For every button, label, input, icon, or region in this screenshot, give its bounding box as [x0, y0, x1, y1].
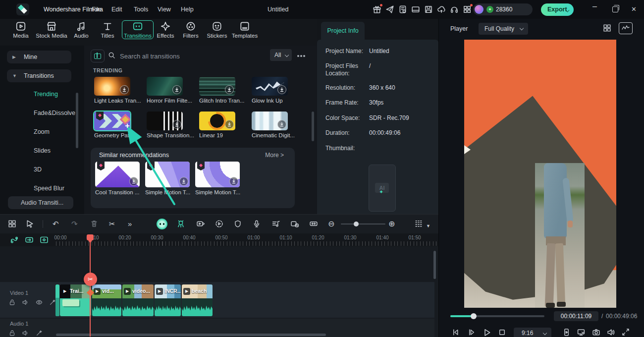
select-tool-icon[interactable] [26, 220, 34, 228]
account-pill[interactable]: ✦ 28360 [473, 3, 533, 15]
shield-mask-icon[interactable] [234, 220, 242, 228]
filter-dropdown[interactable]: All [270, 49, 292, 61]
split-scissors-icon[interactable]: ✂ [109, 220, 115, 228]
fullscreen-icon[interactable] [622, 328, 630, 336]
volume-icon[interactable] [606, 328, 615, 337]
play-button[interactable] [483, 328, 491, 337]
progress-handle[interactable] [471, 313, 477, 319]
download-icon[interactable] [172, 85, 181, 94]
download-icon[interactable] [179, 177, 188, 186]
lock-track-icon[interactable] [9, 330, 15, 337]
menu-help[interactable]: Help [181, 6, 194, 13]
smart-cut-icon[interactable] [176, 220, 185, 228]
tab-templates[interactable]: Templates [230, 21, 259, 39]
support-headset-icon[interactable] [450, 5, 459, 14]
preview-on-device-icon[interactable] [562, 328, 571, 337]
tab-transitions[interactable]: Transitions [122, 20, 154, 39]
task-list-icon[interactable] [398, 5, 407, 14]
audio-stretch-icon[interactable] [271, 220, 280, 228]
sidebar-group-mine[interactable]: ▶ Mine [7, 51, 71, 63]
undo-icon[interactable]: ↶ [53, 220, 59, 228]
timeline-clip-2[interactable]: ▶ vid... [92, 284, 121, 316]
timeline-clip-4[interactable]: ▶ INCR... [155, 284, 181, 316]
download-icon[interactable] [229, 177, 238, 186]
more-tools-icon[interactable]: » [128, 220, 132, 228]
more-link[interactable]: More > [265, 152, 284, 159]
quality-dropdown[interactable]: Full Quality [479, 23, 528, 35]
zoom-slider-handle[interactable] [354, 222, 359, 226]
sidebar-item-zoom[interactable]: Zoom [34, 128, 50, 135]
timeline-clip-1[interactable]: ▶ Trai... [60, 284, 91, 316]
redo-icon[interactable]: ↷ [71, 220, 78, 228]
video-scope-icon[interactable] [619, 22, 633, 34]
lock-track-icon[interactable] [9, 299, 15, 306]
auto-ripple-icon[interactable] [309, 220, 318, 228]
download-icon[interactable] [225, 85, 234, 94]
close-button[interactable]: ✕ [631, 5, 637, 13]
sidebar-scrollbar[interactable] [76, 93, 78, 148]
minimize-button[interactable]: – [592, 2, 597, 11]
workspace-icon[interactable] [411, 5, 420, 14]
zoom-out-icon[interactable]: ⊖ [328, 220, 334, 228]
avatar[interactable] [475, 5, 483, 14]
save-icon[interactable] [424, 5, 433, 14]
download-icon[interactable] [225, 120, 234, 129]
sidebar-item-slides[interactable]: Slides [34, 147, 51, 154]
restore-button[interactable] [612, 6, 618, 12]
stop-button[interactable] [498, 328, 506, 337]
transition-card-horror-film[interactable] [147, 77, 183, 96]
sidebar-item-3d[interactable]: 3D [34, 166, 42, 173]
sidebar-item-trending[interactable]: Trending [34, 91, 58, 98]
auto-link-icon[interactable] [25, 235, 34, 244]
transition-card-simple-motion-1[interactable]: ◆ [145, 162, 190, 187]
export-button[interactable]: Export [541, 3, 574, 16]
timeline-vertical-scrollbar[interactable] [433, 251, 436, 279]
sidebar-item-speed-blur[interactable]: Speed Blur [34, 185, 64, 192]
transition-card-light-leaks[interactable] [94, 77, 130, 96]
transition-card-cool-transition[interactable]: ◆ [95, 162, 140, 187]
render-preview-icon[interactable] [577, 328, 586, 337]
speed-ramp-icon[interactable] [196, 220, 205, 228]
previous-frame-button[interactable] [451, 328, 460, 337]
transition-card-glitch-intro[interactable] [199, 77, 235, 96]
menu-edit[interactable]: Edit [111, 6, 122, 13]
tab-effects[interactable]: Effects [155, 21, 176, 39]
apps-grid-icon[interactable] [463, 5, 472, 14]
gift-icon[interactable] [373, 5, 381, 14]
track-manager-icon[interactable] [414, 220, 423, 228]
record-voiceover-icon[interactable] [253, 220, 261, 228]
download-icon[interactable] [129, 177, 138, 186]
hide-track-icon[interactable] [36, 299, 43, 306]
transition-card-cinematic-digital[interactable] [252, 112, 288, 130]
timeline-clip-5[interactable]: ▶ beach [182, 284, 213, 316]
sidebar-group-transitions[interactable]: ▼ Transitions [7, 69, 71, 82]
mute-track-icon[interactable] [22, 299, 29, 306]
download-icon[interactable] [277, 120, 286, 129]
mute-track-icon[interactable] [22, 330, 29, 337]
timeline-clip-3[interactable]: ▶ video... [122, 284, 154, 316]
download-icon[interactable] [120, 85, 129, 94]
transition-card-shape-transition[interactable] [147, 112, 183, 130]
sidebar-item-fade-dissolve[interactable]: Fade&Dissolve [34, 110, 75, 116]
project-thumbnail[interactable]: AI ✦ [369, 165, 396, 212]
tab-stickers[interactable]: Stickers [205, 21, 229, 39]
ai-copilot-icon[interactable] [157, 219, 167, 229]
multiview-icon[interactable] [603, 24, 611, 32]
clip-duration-icon[interactable] [290, 220, 299, 228]
tab-filters[interactable]: Filters [180, 21, 201, 39]
transition-card-simple-motion-2[interactable]: ◆ [195, 162, 240, 187]
zoom-in-icon[interactable]: ⊕ [388, 220, 395, 228]
featured-pack-button[interactable] [91, 50, 105, 62]
search-input[interactable] [119, 50, 250, 62]
tab-project-info[interactable]: Project Info [321, 22, 365, 40]
menu-view[interactable]: View [158, 6, 171, 13]
aspect-ratio-dropdown[interactable]: 9:16 [514, 328, 551, 337]
download-icon[interactable] [277, 85, 286, 94]
dynamic-playback-icon[interactable] [215, 220, 223, 228]
tab-titles[interactable]: Titles [97, 21, 118, 39]
cloud-upload-icon[interactable] [437, 5, 446, 14]
more-options-icon[interactable] [297, 55, 299, 57]
tab-audio[interactable]: Audio [71, 21, 92, 39]
track-magic-icon[interactable] [36, 330, 43, 337]
playhead-handle[interactable] [87, 234, 94, 240]
